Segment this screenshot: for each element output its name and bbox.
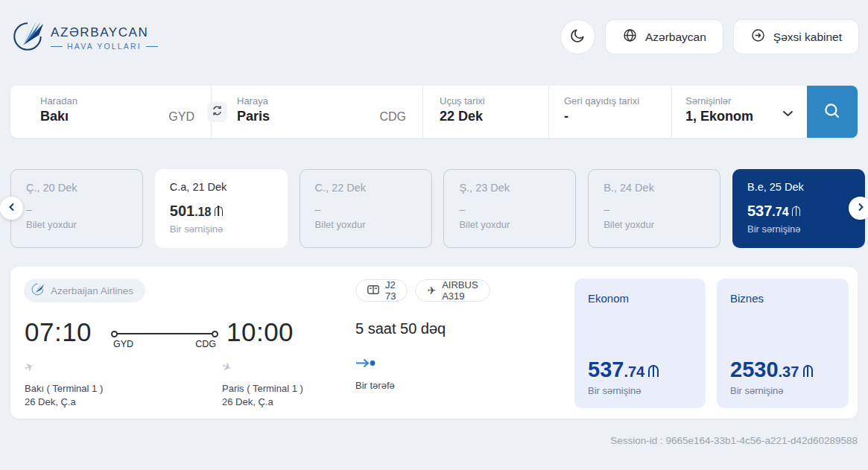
carousel-next-button[interactable] xyxy=(849,197,868,220)
account-button[interactable]: Şəxsi kabinet xyxy=(733,19,859,54)
azal-wing-icon xyxy=(10,19,45,57)
return-date-value: - xyxy=(564,109,661,124)
arrival-leg: ✈ Paris ( Terminal 1 ) 26 Dek, Ç.a xyxy=(222,361,303,407)
destination-value: Paris xyxy=(237,109,270,124)
one-way-arrow-icon xyxy=(355,358,376,371)
aircraft-icon: ✈ xyxy=(427,285,436,296)
date-card-label: C., 22 Dek xyxy=(315,182,416,194)
departure-airport: Bakı ( Terminal 1 ) xyxy=(25,383,103,394)
date-carousel: Ç., 20 Dek – Bilet yoxdur C.a, 21 Dek 50… xyxy=(10,169,865,248)
manat-icon xyxy=(648,365,658,377)
date-card-label: Ş., 23 Dek xyxy=(459,182,560,194)
date-card-note: Bilet yoxdur xyxy=(26,219,127,230)
route-graphic: GYD CDG xyxy=(112,333,218,349)
logo-title: AZƏRBAYCAN xyxy=(51,25,158,40)
depart-date-field[interactable]: Uçuş tarixi 22 Dek xyxy=(423,86,549,138)
arrival-date: 26 Dek, Ç.a xyxy=(222,396,303,407)
date-card-label: C.a, 21 Dek xyxy=(170,181,273,193)
fare-class-label: Biznes xyxy=(730,292,835,305)
logo-text: AZƏRBAYCAN HAVA YOLLARI xyxy=(51,25,158,51)
account-label: Şəxsi kabinet xyxy=(773,31,842,44)
fare-note: Bir sərnişinə xyxy=(730,385,813,396)
date-card-21-dek[interactable]: C.a, 21 Dek 501.18 Bir sərnişinə xyxy=(155,169,288,248)
language-button[interactable]: Azərbaycan xyxy=(605,19,723,54)
search-icon xyxy=(823,101,842,123)
date-card-25-dek-selected[interactable]: B.e, 25 Dek 537.74 Bir sərnişinə xyxy=(732,169,865,248)
departure-date: 26 Dek, Ç.a xyxy=(25,396,103,407)
passengers-field[interactable]: Sərnişinlər 1, Ekonom xyxy=(672,86,807,138)
logo-subtitle: HAVA YOLLARI xyxy=(51,42,158,51)
date-card-24-dek[interactable]: B., 24 Dek – Bilet yoxdur xyxy=(588,169,720,248)
fare-card-ekonom[interactable]: Ekonom 537.74 Bir sərnişinə xyxy=(574,279,706,408)
date-card-22-dek[interactable]: C., 22 Dek – Bilet yoxdur xyxy=(300,169,432,248)
swap-route-button[interactable] xyxy=(207,102,227,122)
fare-class-label: Ekonom xyxy=(588,292,692,305)
arrival-airport: Paris ( Terminal 1 ) xyxy=(222,383,303,394)
origin-value: Bakı xyxy=(40,109,69,124)
moon-icon xyxy=(569,28,586,47)
date-card-price: – xyxy=(604,203,705,215)
date-card-price: – xyxy=(459,203,560,215)
aircraft-badge[interactable]: ✈ AIRBUS A319 xyxy=(415,279,490,302)
destination-code: CDG xyxy=(379,110,406,124)
destination-label: Haraya xyxy=(237,95,412,107)
azal-logo[interactable]: AZƏRBAYCAN HAVA YOLLARI xyxy=(10,19,158,57)
date-card-price: – xyxy=(315,203,416,215)
route-line xyxy=(112,333,218,334)
date-card-note: Bilet yoxdur xyxy=(315,219,416,230)
fare-card-biznes[interactable]: Biznes 2530.37 Bir sərnişinə xyxy=(717,279,849,408)
airline-name: Azerbaijan Airlines xyxy=(51,285,133,296)
dark-mode-button[interactable] xyxy=(560,19,595,54)
airline-wing-icon xyxy=(31,282,45,299)
return-date-field[interactable]: Geri qayıdış tarixi - xyxy=(549,86,672,138)
flight-duration: 5 saat 50 dəq xyxy=(355,320,446,337)
manat-icon xyxy=(792,206,800,216)
departure-time: 07:10 xyxy=(25,317,92,347)
carousel-prev-button[interactable] xyxy=(0,197,23,220)
trip-type: Bir tərəfə xyxy=(355,380,395,391)
search-bar: Haradan Bakı GYD Haraya Paris CDG Uçuş t… xyxy=(10,86,858,138)
aircraft-name: AIRBUS A319 xyxy=(442,279,478,302)
fare-note: Bir sərnişinə xyxy=(588,385,659,396)
manat-icon xyxy=(215,206,223,216)
origin-field[interactable]: Haradan Bakı GYD xyxy=(10,86,212,138)
arrival-time: 10:00 xyxy=(226,317,294,347)
swap-icon xyxy=(212,105,223,119)
passengers-label: Sərnişinlər xyxy=(685,95,796,107)
ticket-card-icon xyxy=(367,285,379,296)
flight-result-card: Azerbaijan Airlines 07:10 GYD CDG 10:00 … xyxy=(10,267,858,419)
plane-landing-icon: ✈ xyxy=(220,359,234,375)
departure-leg: ✈ Bakı ( Terminal 1 ) 26 Dek, Ç.a xyxy=(25,361,103,407)
date-card-price: 501.18 xyxy=(170,203,273,220)
chevron-down-icon[interactable] xyxy=(782,107,793,120)
manat-icon xyxy=(803,365,813,377)
flight-number: J2 73 xyxy=(385,279,396,302)
destination-field[interactable]: Haraya Paris CDG xyxy=(212,86,423,138)
route-to-code: CDG xyxy=(195,339,216,349)
date-card-label: B., 24 Dek xyxy=(604,182,705,194)
header-actions: Azərbaycan Şəxsi kabinet xyxy=(560,19,859,54)
date-card-label: B.e, 25 Dek xyxy=(747,181,850,193)
session-id: Session-id : 9665e164-33b1-4c56-a221-d42… xyxy=(610,435,858,446)
flight-number-badge[interactable]: J2 73 xyxy=(355,279,408,302)
origin-label: Haradan xyxy=(40,95,200,107)
fare-price: 537.74 xyxy=(588,358,659,382)
depart-date-value: 22 Dek xyxy=(440,109,538,124)
plane-takeoff-icon: ✈ xyxy=(22,359,36,375)
chevron-right-icon xyxy=(855,202,866,215)
date-card-price: 537.74 xyxy=(747,203,850,220)
search-button[interactable] xyxy=(807,86,858,138)
origin-code: GYD xyxy=(168,110,194,124)
depart-date-label: Uçuş tarixi xyxy=(440,95,538,107)
chevron-left-icon xyxy=(7,202,17,215)
login-icon xyxy=(750,28,766,46)
airline-badge: Azerbaijan Airlines xyxy=(24,279,145,302)
date-card-20-dek[interactable]: Ç., 20 Dek – Bilet yoxdur xyxy=(10,169,143,248)
date-card-note: Bir sərnişinə xyxy=(170,223,273,235)
fare-price: 2530.37 xyxy=(730,358,813,382)
date-card-note: Bilet yoxdur xyxy=(459,219,560,230)
date-card-23-dek[interactable]: Ş., 23 Dek – Bilet yoxdur xyxy=(443,169,576,248)
passengers-value: 1, Ekonom xyxy=(685,109,796,124)
date-card-note: Bilet yoxdur xyxy=(604,219,705,230)
date-card-label: Ç., 20 Dek xyxy=(26,182,127,194)
